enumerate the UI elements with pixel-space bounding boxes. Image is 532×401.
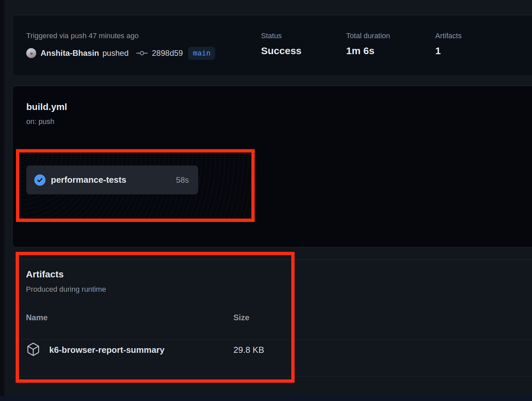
stat-duration-value: 1m 6s: [346, 45, 390, 56]
git-commit-icon: [136, 49, 148, 57]
run-summary-card: Triggered via push 47 minutes ago Anshit…: [12, 15, 532, 76]
stat-status-value: Success: [261, 45, 302, 56]
stat-artifacts-count: Artifacts 1: [435, 32, 462, 56]
job-performance-tests[interactable]: performance-tests 58s: [26, 165, 198, 194]
stat-status-label: Status: [261, 32, 302, 40]
branch-badge[interactable]: main: [188, 47, 215, 60]
viewport-bottom-edge: [0, 396, 532, 401]
success-check-icon: [34, 174, 46, 186]
stat-artifacts-value: 1: [435, 45, 462, 56]
workflow-trigger: on: push: [26, 117, 54, 126]
commit-sha-link[interactable]: 2898d59: [152, 49, 183, 58]
annotation-box-artifacts: [16, 252, 295, 383]
avatar[interactable]: [26, 48, 36, 58]
stat-duration-label: Total duration: [346, 32, 390, 40]
trigger-summary-text: Triggered via push 47 minutes ago: [26, 32, 139, 40]
actor-name: Anshita-Bhasin: [41, 49, 99, 58]
stat-status: Status Success: [261, 32, 302, 56]
stat-artifacts-label: Artifacts: [435, 32, 462, 40]
job-duration: 58s: [176, 175, 189, 185]
workflow-file-name: build.yml: [26, 102, 67, 112]
stat-total-duration: Total duration 1m 6s: [346, 32, 390, 56]
job-name: performance-tests: [51, 175, 126, 185]
workflow-card: build.yml on: push performance-tests 58s: [12, 86, 532, 248]
actor-row: Anshita-Bhasin pushed 2898d59 main: [26, 47, 215, 59]
viewport-left-edge: [0, 0, 4, 401]
actor-action: pushed: [102, 49, 129, 58]
